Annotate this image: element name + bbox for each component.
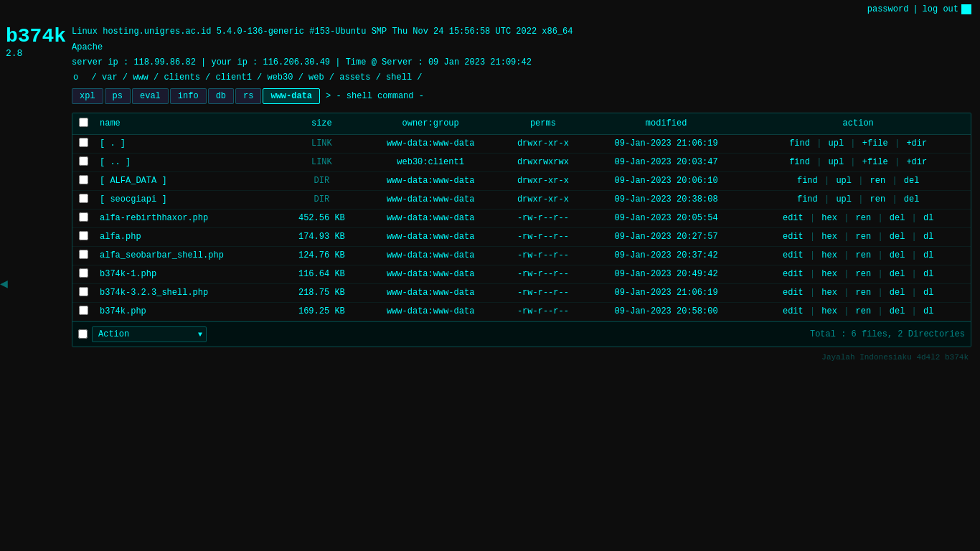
action-ren-link[interactable]: ren <box>856 250 872 260</box>
action-ren-link[interactable]: ren <box>856 213 872 223</box>
action-+dir-link[interactable]: +dir <box>906 138 927 149</box>
action-edit-link[interactable]: edit <box>783 232 804 242</box>
action-ren-link[interactable]: ren <box>856 269 872 279</box>
breadcrumb-path[interactable]: / var / www / clients / client1 / web30 … <box>86 72 422 83</box>
action-find-link[interactable]: find <box>797 176 818 186</box>
action-del-link[interactable]: del <box>890 250 905 260</box>
action-+dir-link[interactable]: +dir <box>906 157 927 167</box>
action-hex-link[interactable]: hex <box>821 232 837 242</box>
action-edit-link[interactable]: edit <box>783 250 804 260</box>
action-hex-link[interactable]: hex <box>821 306 837 316</box>
row-actions: find | upl | ren | del <box>745 171 971 190</box>
action-edit-link[interactable]: edit <box>783 213 804 223</box>
table-header-row: name size owner:group perms modified act… <box>72 113 971 135</box>
breadcrumb: o / var / www / clients / client1 / web3… <box>72 72 971 83</box>
nav-bar: xpl ps eval info db rs www-data > - shel… <box>72 88 971 104</box>
row-name[interactable]: b374k-1.php <box>94 265 281 283</box>
row-checkbox[interactable] <box>79 287 88 296</box>
action-separator: | <box>906 213 922 223</box>
row-actions: edit | hex | ren | del | dl <box>745 227 971 246</box>
collapse-arrow-icon[interactable]: ◀ <box>0 276 8 291</box>
row-name[interactable]: b374k.php <box>94 302 281 321</box>
col-checkbox <box>72 113 94 135</box>
action-separator: | <box>872 269 888 279</box>
row-name[interactable]: alfa_seobarbar_shell.php <box>94 246 281 265</box>
action-hex-link[interactable]: hex <box>821 250 837 260</box>
action-upl-link[interactable]: upl <box>829 138 844 149</box>
nav-info[interactable]: info <box>170 88 207 104</box>
action-dl-link[interactable]: dl <box>923 288 933 298</box>
row-checkbox[interactable] <box>79 250 88 259</box>
row-name[interactable]: [ seocgiapi ] <box>94 190 281 209</box>
logout-link[interactable]: log out <box>923 4 958 14</box>
action-del-link[interactable]: del <box>904 176 920 186</box>
row-name[interactable]: alfa-rebirthhaxor.php <box>94 209 281 227</box>
row-name[interactable]: [ . ] <box>94 134 281 153</box>
action-separator: | <box>890 138 905 149</box>
row-checkbox[interactable] <box>79 212 88 222</box>
action-dl-link[interactable]: dl <box>923 250 933 260</box>
action-separator: | <box>890 157 905 167</box>
action-find-link[interactable]: find <box>789 138 810 149</box>
row-modified: 09-Jan-2023 20:58:00 <box>587 302 746 321</box>
action-edit-link[interactable]: edit <box>783 306 804 316</box>
action-dl-link[interactable]: dl <box>923 269 933 279</box>
row-name[interactable]: [ .. ] <box>94 153 281 171</box>
footer-checkbox[interactable] <box>78 329 88 339</box>
row-name[interactable]: [ ALFA_DATA ] <box>94 171 281 190</box>
action-+file-link[interactable]: +file <box>862 138 888 149</box>
row-checkbox[interactable] <box>79 138 88 147</box>
action-upl-link[interactable]: upl <box>836 194 852 204</box>
action-find-link[interactable]: find <box>797 194 818 204</box>
password-link[interactable]: password <box>867 4 909 14</box>
nav-ps[interactable]: ps <box>105 88 131 104</box>
action-ren-link[interactable]: ren <box>856 232 872 242</box>
row-checkbox-cell <box>72 153 94 171</box>
row-checkbox[interactable] <box>79 306 88 315</box>
footer-text: Jayalah Indonesiaku 4d4l2 b374k <box>821 353 969 362</box>
row-name[interactable]: b374k-3.2.3_shell.php <box>94 283 281 302</box>
action-edit-link[interactable]: edit <box>783 288 804 298</box>
action-+file-link[interactable]: +file <box>862 157 888 167</box>
row-name[interactable]: alfa.php <box>94 227 281 246</box>
action-del-link[interactable]: del <box>890 213 905 223</box>
row-checkbox[interactable] <box>79 231 88 240</box>
action-find-link[interactable]: find <box>789 157 810 167</box>
table-row: [ .. ]LINKweb30:client1drwxrwxrwx09-Jan-… <box>72 153 971 171</box>
row-perms: -rw-r--r-- <box>499 209 587 227</box>
action-separator: | <box>805 250 821 260</box>
action-hex-link[interactable]: hex <box>821 269 837 279</box>
action-hex-link[interactable]: hex <box>821 213 837 223</box>
row-perms: -rw-r--r-- <box>499 265 587 283</box>
nav-rs[interactable]: rs <box>235 88 261 104</box>
action-separator: | <box>906 288 922 298</box>
nav-db[interactable]: db <box>208 88 234 104</box>
row-checkbox[interactable] <box>79 175 88 184</box>
select-all-checkbox[interactable] <box>79 118 88 127</box>
action-dl-link[interactable]: dl <box>923 306 933 316</box>
action-ren-link[interactable]: ren <box>870 194 886 204</box>
row-modified: 09-Jan-2023 20:05:54 <box>587 209 746 227</box>
action-dl-link[interactable]: dl <box>923 213 933 223</box>
action-upl-link[interactable]: upl <box>829 157 844 167</box>
action-select[interactable]: Action Delete Copy Move Compress Decompr… <box>92 326 207 342</box>
row-checkbox[interactable] <box>79 194 88 203</box>
action-hex-link[interactable]: hex <box>821 288 837 298</box>
action-ren-link[interactable]: ren <box>856 288 872 298</box>
action-ren-link[interactable]: ren <box>870 176 886 186</box>
action-del-link[interactable]: del <box>890 269 905 279</box>
action-edit-link[interactable]: edit <box>783 269 804 279</box>
action-separator: | <box>805 213 821 223</box>
nav-eval[interactable]: eval <box>132 88 169 104</box>
nav-xpl[interactable]: xpl <box>72 88 103 104</box>
action-ren-link[interactable]: ren <box>856 306 872 316</box>
action-del-link[interactable]: del <box>890 306 905 316</box>
action-del-link[interactable]: del <box>904 194 920 204</box>
action-dl-link[interactable]: dl <box>923 232 933 242</box>
table-row: [ ALFA_DATA ]DIRwww-data:www-datadrwxr-x… <box>72 171 971 190</box>
action-upl-link[interactable]: upl <box>836 176 852 186</box>
action-del-link[interactable]: del <box>890 232 905 242</box>
row-checkbox[interactable] <box>79 156 88 166</box>
action-del-link[interactable]: del <box>890 288 905 298</box>
row-checkbox[interactable] <box>79 268 88 278</box>
